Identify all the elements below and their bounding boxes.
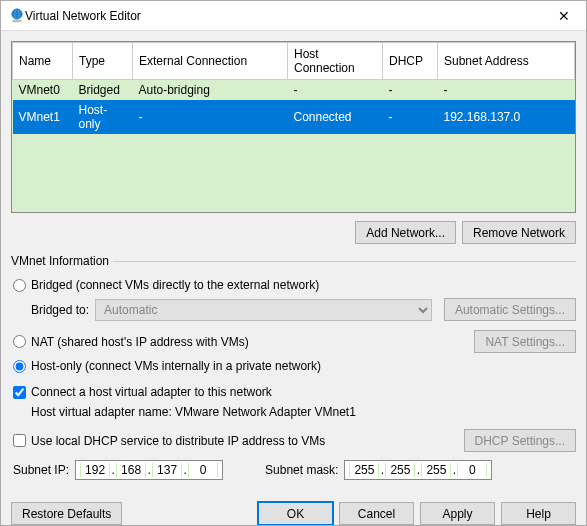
adapter-name-value: VMware Network Adapter VMnet1 xyxy=(175,405,356,419)
subnet-mask-octet-4[interactable] xyxy=(458,463,486,477)
subnet-mask-octet-3[interactable] xyxy=(422,463,450,477)
subnet-ip-input[interactable]: . . . xyxy=(75,460,223,480)
apply-button[interactable]: Apply xyxy=(420,502,495,525)
close-button[interactable]: ✕ xyxy=(541,1,586,31)
vmnet-info-group: VMnet Information Bridged (connect VMs d… xyxy=(11,254,576,486)
cell-ext: Auto-bridging xyxy=(133,80,288,101)
col-dhcp[interactable]: DHCP xyxy=(383,43,438,80)
cell-subnet: 192.168.137.0 xyxy=(438,100,575,134)
table-row[interactable]: VMnet1 Host-only - Connected - 192.168.1… xyxy=(13,100,575,134)
dhcp-settings-button: DHCP Settings... xyxy=(464,429,576,452)
subnet-mask-octet-1[interactable] xyxy=(350,463,378,477)
remove-network-button[interactable]: Remove Network xyxy=(462,221,576,244)
subnet-ip-label: Subnet IP: xyxy=(13,463,69,477)
subnet-ip-octet-3[interactable] xyxy=(153,463,181,477)
close-icon: ✕ xyxy=(558,8,570,24)
cell-name: VMnet1 xyxy=(13,100,73,134)
cell-ext: - xyxy=(133,100,288,134)
nat-radio[interactable] xyxy=(13,335,26,348)
svg-point-2 xyxy=(12,19,22,22)
cell-type: Bridged xyxy=(73,80,133,101)
cell-subnet: - xyxy=(438,80,575,101)
nat-radio-text: NAT (shared host's IP address with VMs) xyxy=(31,335,249,349)
subnet-mask-octet-2[interactable] xyxy=(386,463,414,477)
cell-dhcp: - xyxy=(383,80,438,101)
cell-host: - xyxy=(288,80,383,101)
bridged-to-select: Automatic xyxy=(95,299,432,321)
cell-dhcp: - xyxy=(383,100,438,134)
subnet-mask-input[interactable]: . . . xyxy=(344,460,492,480)
cell-host: Connected xyxy=(288,100,383,134)
nat-radio-label[interactable]: NAT (shared host's IP address with VMs) xyxy=(13,335,249,349)
subnet-mask-label: Subnet mask: xyxy=(265,463,338,477)
titlebar: Virtual Network Editor ✕ xyxy=(1,1,586,31)
hostonly-radio-text: Host-only (connect VMs internally in a p… xyxy=(31,359,321,373)
app-icon xyxy=(9,8,25,24)
cell-type: Host-only xyxy=(73,100,133,134)
automatic-settings-button: Automatic Settings... xyxy=(444,298,576,321)
nat-settings-button: NAT Settings... xyxy=(474,330,576,353)
subnet-ip-octet-2[interactable] xyxy=(117,463,145,477)
use-dhcp-text: Use local DHCP service to distribute IP … xyxy=(31,434,325,448)
ok-button[interactable]: OK xyxy=(258,502,333,525)
window-title: Virtual Network Editor xyxy=(25,9,541,23)
adapter-name-prefix: Host virtual adapter name: xyxy=(31,405,175,419)
col-type[interactable]: Type xyxy=(73,43,133,80)
subnet-ip-octet-1[interactable] xyxy=(81,463,109,477)
use-dhcp-checkbox[interactable] xyxy=(13,434,26,447)
bridged-to-label: Bridged to: xyxy=(31,303,89,317)
hostonly-radio[interactable] xyxy=(13,360,26,373)
col-subnet[interactable]: Subnet Address xyxy=(438,43,575,80)
bridged-radio[interactable] xyxy=(13,279,26,292)
connect-adapter-checkbox-label[interactable]: Connect a host virtual adapter to this n… xyxy=(13,385,272,399)
add-network-button[interactable]: Add Network... xyxy=(355,221,456,244)
adapter-name-line: Host virtual adapter name: VMware Networ… xyxy=(31,405,576,419)
col-ext[interactable]: External Connection xyxy=(133,43,288,80)
hostonly-radio-label[interactable]: Host-only (connect VMs internally in a p… xyxy=(13,359,321,373)
cancel-button[interactable]: Cancel xyxy=(339,502,414,525)
subnet-ip-octet-4[interactable] xyxy=(189,463,217,477)
connect-adapter-text: Connect a host virtual adapter to this n… xyxy=(31,385,272,399)
help-button[interactable]: Help xyxy=(501,502,576,525)
connect-adapter-checkbox[interactable] xyxy=(13,386,26,399)
bridged-radio-text: Bridged (connect VMs directly to the ext… xyxy=(31,278,319,292)
col-name[interactable]: Name xyxy=(13,43,73,80)
bridged-radio-label[interactable]: Bridged (connect VMs directly to the ext… xyxy=(13,278,319,292)
use-dhcp-checkbox-label[interactable]: Use local DHCP service to distribute IP … xyxy=(13,434,325,448)
vmnet-info-legend: VMnet Information xyxy=(11,254,113,268)
col-host[interactable]: Host Connection xyxy=(288,43,383,80)
cell-name: VMnet0 xyxy=(13,80,73,101)
network-table[interactable]: Name Type External Connection Host Conne… xyxy=(11,41,576,213)
restore-defaults-button[interactable]: Restore Defaults xyxy=(11,502,122,525)
table-row[interactable]: VMnet0 Bridged Auto-bridging - - - xyxy=(13,80,575,101)
dialog-button-bar: Restore Defaults OK Cancel Apply Help xyxy=(1,494,586,526)
